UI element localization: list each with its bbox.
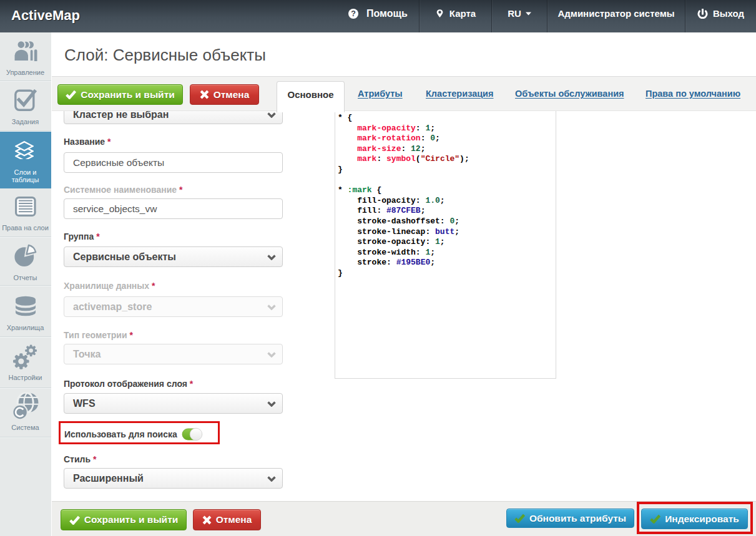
svg-text:?: ? xyxy=(351,9,356,18)
